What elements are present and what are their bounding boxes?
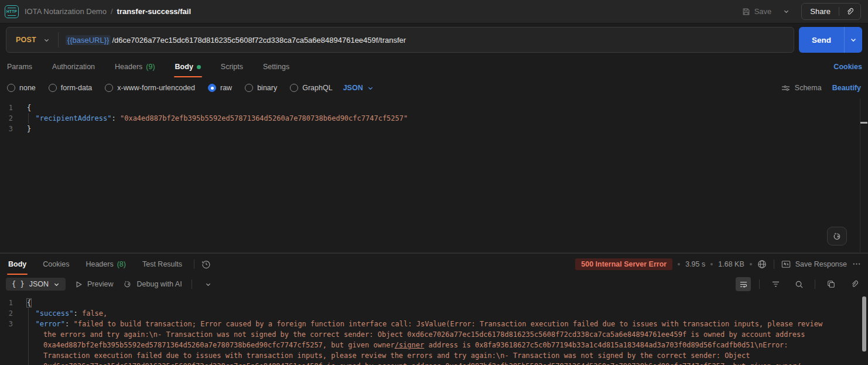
code-content: 0xd6ce7026a77ec15dc6178d816235c5608f72cd… [21,361,801,365]
url-box: POST {{baseURL}} /d6ce7026a77ec15dc6178d… [6,27,794,53]
tab-test-results[interactable]: Test Results [141,254,183,275]
debug-with-ai-button[interactable]: Debug with AI [123,279,182,289]
search-icon[interactable] [791,277,807,291]
dot-separator [750,263,752,265]
url-path: /d6ce7026a77ec15dc6178d816235c5608f72cd3… [112,36,406,45]
save-icon [742,8,750,16]
link-icon[interactable] [847,277,862,291]
copy-icon[interactable] [823,277,839,291]
code-content: } [21,124,31,134]
save-button[interactable]: Save [737,4,777,19]
tab-cookies[interactable]: Cookies [42,254,70,275]
code-content: 0xa4ed887bf2efb395b5592ed57871364d5260a7… [21,340,788,350]
radio-circle [49,84,57,92]
status-badge[interactable]: 500 Internal Server Error [575,258,672,270]
response-tabs-row: BodyCookiesHeaders(8)Test Results 500 In… [0,253,868,274]
tab-scripts[interactable]: Scripts [220,56,244,77]
save-response-button[interactable]: Save Response [781,260,847,268]
radio-form-data[interactable]: form-data [49,84,93,92]
radio-none[interactable]: none [7,84,36,92]
tab-label: Body [8,260,26,268]
response-scrollbar-thumb[interactable] [862,296,866,352]
radio-graphql[interactable]: GraphQL [290,84,332,92]
request-url-row: POST {{baseURL}} /d6ce7026a77ec15dc6178d… [0,23,868,56]
code-segment: { [27,299,31,307]
schema-button[interactable]: Schema [781,84,822,92]
body-format-select[interactable]: JSON [343,84,374,92]
more-options-icon[interactable] [852,260,861,268]
request-body-editor[interactable]: 1{2 "recipientAddress": "0xa4ed887bf2efb… [0,98,868,253]
code-segment: "failed to build transaction; Error caus… [73,320,822,328]
tab-headers[interactable]: Headers(9) [114,56,156,77]
code-line: 1{ [0,103,868,113]
tab-body[interactable]: Body [174,56,202,77]
scrollbar-marker[interactable] [860,122,867,124]
tab-label: Scripts [221,63,243,71]
tab-label: Headers [86,260,113,268]
save-options-chevron-icon[interactable] [780,6,793,17]
line-number: 1 [0,103,21,113]
method-selector[interactable]: POST [6,36,58,44]
beautify-button[interactable]: Beautify [832,84,861,92]
send-options-chevron-icon[interactable] [844,27,862,53]
save-response-label: Save Response [795,260,847,268]
code-line: 2 "recipientAddress": "0xa4ed887bf2efb39… [0,113,868,124]
sliders-icon [781,84,790,92]
send-button[interactable]: Send [799,27,844,53]
copy-link-button[interactable] [839,4,860,19]
play-icon [75,281,83,288]
save-response-icon [781,260,791,268]
meta-divider [774,260,774,269]
globe-icon[interactable] [757,260,767,269]
radio-label: GraphQL [302,84,332,92]
tab-authorization[interactable]: Authorization [51,56,96,77]
code-segment: "0xa4ed887bf2efb395b5592ed57871364d5260a… [120,114,408,122]
history-icon[interactable] [201,260,211,269]
line-number: 1 [0,298,21,308]
code-content: "error": "failed to build transaction; E… [21,319,822,329]
toolbar-divider [192,279,192,289]
tab-headers[interactable]: Headers(8) [84,254,127,275]
radio-x-www-form-urlencoded[interactable]: x-www-form-urlencoded [105,84,195,92]
request-editor-scrollbar[interactable] [860,98,868,253]
response-time[interactable]: 3.95 s [685,260,705,268]
code-segment: 0xa4ed887bf2efb395b5592ed57871364d5260a7… [43,341,395,349]
tab-count: (8) [117,260,126,268]
tab-params[interactable]: Params [6,56,33,77]
url-input[interactable]: {{baseURL}} /d6ce7026a77ec15dc6178d81623… [66,35,406,45]
code-line: 3} [0,124,868,134]
word-wrap-toggle[interactable] [736,277,751,291]
response-format-select[interactable]: { } JSON [6,278,66,291]
tab-label: Headers [115,63,142,71]
unsaved-dot-indicator [197,65,201,69]
tab-settings[interactable]: Settings [262,56,291,77]
url-divider [58,32,59,47]
code-line: 1{ [0,298,868,308]
code-segment: 0xd6ce7026a77ec15dc6178d816235c5608f72cd… [43,362,801,365]
body-type-options: noneform-datax-www-form-urlencodedrawbin… [0,77,868,98]
tab-label: Test Results [142,260,182,268]
tab-label: Settings [263,63,289,71]
filter-icon[interactable] [768,277,783,291]
top-bar: HTTP IOTA Notarization Demo / transfer-s… [0,0,868,23]
radio-binary[interactable]: binary [245,84,277,92]
radio-circle [105,84,113,92]
code-content: Transaction execution failed due to issu… [21,350,750,361]
postbot-ai-button[interactable] [827,227,847,245]
code-wrapped-row: the errors and try again:\n- Transaction… [0,329,868,340]
radio-label: form-data [61,84,93,92]
radio-raw[interactable]: raw [208,84,232,92]
tab-label: Cookies [43,260,69,268]
breadcrumb-collection[interactable]: IOTA Notarization Demo [25,7,107,16]
ai-options-chevron-icon[interactable] [201,279,215,290]
breadcrumb-request-name[interactable]: transfer-success/fail [117,7,191,16]
share-button[interactable]: Share [802,4,839,19]
method-label: POST [16,36,36,44]
response-size[interactable]: 1.68 KB [718,260,744,268]
cookies-link[interactable]: Cookies [833,63,862,71]
preview-button[interactable]: Preview [75,280,113,288]
response-body-editor[interactable]: 1{2 "success": false,3 "error": "failed … [0,294,868,365]
tab-body[interactable]: Body [7,254,28,275]
tab-label: Body [175,63,193,71]
line-number: 3 [0,319,21,329]
